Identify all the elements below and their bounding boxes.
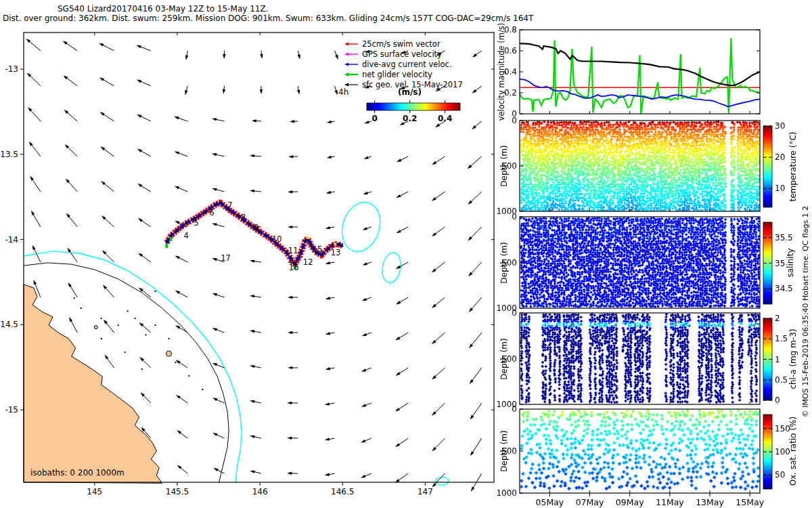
land-polygon	[24, 284, 162, 483]
green-arrow-icon	[342, 71, 359, 78]
rock-speck	[202, 389, 203, 390]
svg-text:20: 20	[775, 152, 785, 162]
svg-text:-13: -13	[5, 64, 18, 74]
svg-text:05May: 05May	[536, 497, 564, 507]
svg-text:-14: -14	[5, 235, 18, 245]
legend-item-swim: 25cm/s swim vector	[342, 39, 441, 49]
salinity-colorbar	[763, 222, 772, 304]
rock-speck	[118, 324, 119, 326]
legend-item-gps: GPS surface velocity	[342, 49, 442, 59]
svg-text:-14.5: -14.5	[0, 320, 18, 329]
dive-number-label: 12	[303, 257, 313, 267]
dive-number-label: 10	[272, 234, 282, 244]
oxygen-panel-canvas	[520, 409, 760, 493]
rock-speck	[101, 318, 102, 319]
series-dive-avg-current	[520, 79, 760, 106]
svg-text:1: 1	[775, 355, 780, 364]
svg-text:0: 0	[775, 396, 780, 405]
temperature-depth-label: Depth (m)	[499, 145, 509, 186]
legend-subsample-label: 4h	[338, 87, 348, 97]
legend-colorbar-title: (m/s)	[398, 87, 422, 97]
map-plot: 45678910111213151617145145.5146146.5147-…	[0, 0, 520, 508]
velocity-panel: 00.20.40.60.8	[504, 25, 760, 119]
svg-text:10: 10	[775, 184, 785, 193]
isobaths-label: isobaths: 0 200 1000m	[30, 468, 125, 478]
svg-text:2: 2	[775, 314, 780, 323]
dive-number-label: 16	[289, 263, 299, 272]
gps-fix-mark	[169, 237, 172, 241]
time-axis: 05May07May09May11May13May15May	[536, 493, 765, 507]
legend-item-netglider: net glider velocity	[342, 69, 432, 79]
oxygen-colorbar	[763, 415, 772, 489]
svg-text:30: 30	[775, 121, 785, 131]
svg-text:34.5: 34.5	[775, 284, 793, 293]
rock-speck	[74, 297, 75, 299]
black-arrow-icon	[342, 81, 359, 88]
track-swim-vectors	[166, 203, 342, 264]
legend-item-diveavg: dive-avg current veloc.	[342, 59, 452, 69]
dive-number-label: 9	[254, 223, 258, 232]
oxygen-depth-label: Depth (m)	[499, 430, 509, 471]
dive-number-label: 15	[313, 245, 323, 254]
salinity-panel-canvas	[520, 217, 760, 308]
svg-text:1.5: 1.5	[775, 334, 788, 343]
dive-number-label: 11	[288, 246, 298, 255]
chla-cbar-title: chl-a (mg m-3)	[788, 329, 798, 389]
rock-speck	[168, 338, 169, 339]
svg-text:35: 35	[775, 259, 785, 268]
red-arrow-icon	[342, 41, 359, 47]
svg-text:146: 146	[252, 487, 268, 496]
magenta-arrow-icon	[342, 51, 359, 58]
series-net-glider-velocity	[520, 38, 760, 114]
svg-text:0: 0	[372, 114, 378, 123]
svg-text:146.5: 146.5	[331, 487, 354, 496]
svg-text:13May: 13May	[696, 497, 724, 507]
blue-arrow-icon	[342, 61, 359, 68]
dive-number-label: 7	[227, 200, 232, 210]
oxygen-cbar-title: Ox. sat. ratio (%)	[788, 417, 798, 486]
dive-number-label: 8	[241, 213, 246, 222]
svg-text:07May: 07May	[576, 497, 604, 507]
chla-colorbar	[763, 318, 772, 400]
island	[166, 351, 171, 356]
rock-speck	[135, 318, 136, 319]
rock-speck	[127, 310, 129, 312]
surface-mark	[307, 236, 309, 239]
dive-number-label: 17	[221, 253, 231, 263]
rock-speck	[101, 338, 102, 339]
dive-number-label: 4	[183, 231, 188, 240]
rock-speck	[154, 291, 156, 292]
rock-speck	[141, 368, 143, 370]
map-geography	[24, 197, 449, 485]
surface-mark	[334, 243, 336, 246]
gps-fix-mark	[165, 244, 168, 248]
svg-text:147: 147	[418, 487, 433, 496]
temperature-colorbar	[763, 126, 772, 207]
chla-panel-canvas	[520, 313, 760, 404]
svg-text:50: 50	[775, 470, 785, 480]
svg-text:0.5: 0.5	[775, 375, 788, 385]
salinity-cbar-title: salinity	[786, 248, 795, 277]
chla-depth-label: Depth (m)	[499, 338, 509, 379]
velocity-ylabel: velocity magnitude (m/s)	[497, 23, 506, 121]
island	[94, 326, 97, 329]
rock-speck	[81, 308, 82, 309]
svg-text:0.2: 0.2	[403, 114, 417, 123]
svg-text:0.4: 0.4	[438, 114, 452, 123]
svg-text:15May: 15May	[736, 497, 764, 507]
rock-speck	[125, 352, 126, 353]
svg-text:145: 145	[87, 487, 102, 496]
svg-text:-15: -15	[5, 405, 18, 415]
temperature-panel-canvas	[520, 121, 760, 211]
rock-speck	[175, 362, 177, 363]
svg-text:-13.5: -13.5	[0, 150, 18, 159]
rock-speck	[145, 334, 147, 335]
svg-text:145.5: 145.5	[166, 487, 189, 496]
legend-colorbar: 00.20.4	[367, 100, 460, 123]
svg-text:11May: 11May	[656, 497, 684, 507]
figure-root: SG540 Lizard20170416 03-May 12Z to 15-Ma…	[0, 0, 812, 508]
series-sfc-geo--vel-	[520, 43, 760, 85]
imos-annotation: © IMOS 15-Feb-2019 06:35:40 Hobart time.…	[801, 206, 810, 417]
rock-speck	[188, 375, 189, 377]
svg-text:35.5: 35.5	[775, 233, 793, 242]
